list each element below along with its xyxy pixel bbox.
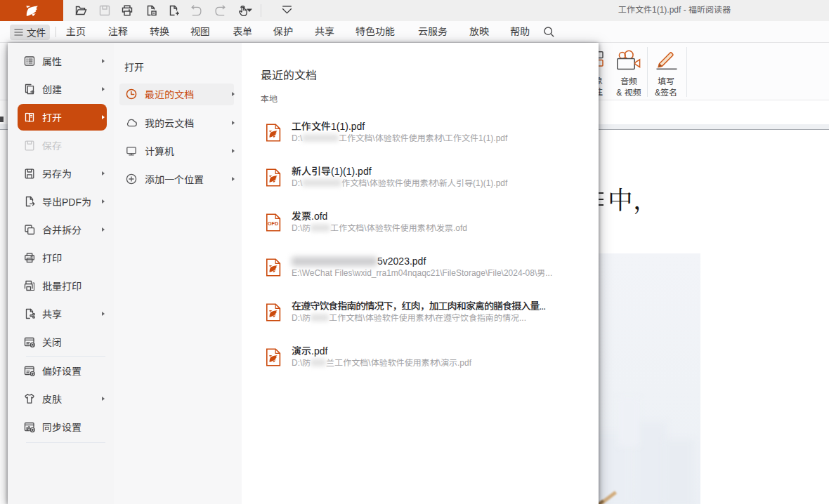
svg-text:OFD: OFD: [268, 220, 278, 227]
